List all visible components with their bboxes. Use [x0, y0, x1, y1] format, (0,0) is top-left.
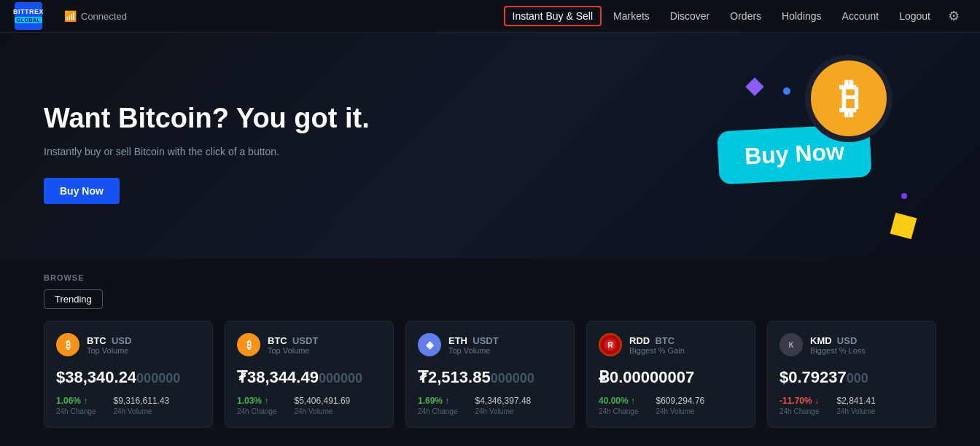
volume-stat-label: 24h Volume — [295, 407, 351, 415]
change-label: 24h Change — [237, 407, 277, 415]
nav-markets[interactable]: Markets — [604, 6, 658, 26]
nav-instant-buy-sell[interactable]: Instant Buy & Sell — [504, 6, 602, 26]
filter-tabs: Trending — [44, 289, 936, 309]
price-trailing: 000000 — [491, 371, 534, 386]
diamond-purple — [745, 77, 763, 95]
card-pair-info: BTC USD Top Volume — [87, 335, 131, 355]
pair-quote: USD — [109, 335, 131, 346]
card-header: ₿ BTC USD Top Volume — [56, 333, 201, 356]
change-value: 1.03% — [237, 396, 277, 406]
btc-icon: ₿ — [56, 333, 79, 356]
hero-subtitle: Instantly buy or sell Bitcoin with the c… — [44, 146, 408, 157]
hero-content: Want Bitcoin? You got it. Instantly buy … — [44, 102, 408, 204]
square-yellow — [890, 213, 917, 240]
connection-label: Connected — [81, 11, 127, 22]
header: BITTREX GLOBAL 📶 Connected Instant Buy &… — [0, 0, 980, 33]
stat-change: 1.06% 24h Change — [56, 396, 96, 415]
pair-base: RDD — [629, 335, 650, 346]
card-stats: 1.06% 24h Change $9,316,611.43 24h Volum… — [56, 396, 201, 415]
stat-volume: $609,294.76 24h Volume — [656, 396, 705, 415]
stat-change: 1.03% 24h Change — [237, 396, 277, 415]
dot-blue — [783, 87, 790, 95]
volume-stat-label: 24h Volume — [114, 407, 170, 415]
card-pair-label: KMD USD — [810, 335, 866, 346]
volume-label: Top Volume — [448, 346, 499, 355]
stat-volume: $9,316,611.43 24h Volume — [114, 396, 170, 415]
volume-label: Top Volume — [87, 346, 131, 355]
volume-value: $4,346,397.48 — [475, 396, 532, 406]
stat-volume: $5,406,491.69 24h Volume — [295, 396, 351, 415]
hero-buy-button[interactable]: Buy Now — [44, 178, 120, 204]
nav-holdings[interactable]: Holdings — [773, 6, 830, 26]
logo-area[interactable]: BITTREX GLOBAL — [15, 2, 42, 30]
volume-value: $9,316,611.43 — [114, 396, 170, 406]
card-pair-label: ETH USDT — [448, 335, 499, 346]
nav-account[interactable]: Account — [833, 6, 888, 26]
logo-top-text: BITTREX — [13, 9, 44, 15]
card-header: ◈ ETH USDT Top Volume — [418, 333, 562, 356]
card-stats: 40.00% 24h Change $609,294.76 24h Volume — [599, 396, 743, 415]
price-trailing: 000 — [847, 371, 868, 386]
card-stats: 1.69% 24h Change $4,346,397.48 24h Volum… — [418, 396, 562, 415]
volume-label: Biggest % Loss — [810, 346, 866, 355]
card-pair-info: RDD BTC Biggest % Gain — [629, 335, 685, 355]
pair-base: ETH — [448, 335, 467, 346]
nav-logout[interactable]: Logout — [890, 6, 939, 26]
card-pair-label: RDD BTC — [629, 335, 685, 346]
market-card-btc-usdt[interactable]: ₿ BTC USDT Top Volume ₮38,344.49000000 1… — [225, 321, 394, 428]
pair-base: KMD — [810, 335, 832, 346]
volume-stat-label: 24h Volume — [656, 407, 705, 415]
change-value: 40.00% — [599, 396, 639, 406]
card-price: Ƀ0.00000007 — [599, 368, 743, 387]
market-card-kmd-usd[interactable]: K KMD USD Biggest % Loss $0.79237000 -11… — [767, 321, 936, 428]
cards-row: ₿ BTC USD Top Volume $38,340.24000000 1.… — [44, 321, 936, 428]
wifi-icon: 📶 — [64, 10, 77, 22]
pair-quote: USDT — [470, 335, 499, 346]
filter-tab-trending[interactable]: Trending — [44, 289, 103, 309]
market-card-rdd-btc[interactable]: R RDD BTC Biggest % Gain Ƀ0.00000007 40.… — [586, 321, 755, 428]
stat-volume: $4,346,397.48 24h Volume — [475, 396, 532, 415]
card-pair-info: KMD USD Biggest % Loss — [810, 335, 866, 355]
logo-box: BITTREX GLOBAL — [15, 2, 42, 30]
browse-section: BROWSE Trending ₿ BTC USD Top Volume $38… — [0, 259, 980, 446]
change-label: 24h Change — [56, 407, 96, 415]
pair-quote: USDT — [289, 335, 318, 346]
browse-label: BROWSE — [44, 273, 936, 282]
nav-links: Instant Buy & Sell Markets Discover Orde… — [504, 5, 965, 27]
price-significant: ₮38,344.49 — [237, 368, 319, 386]
eth-icon: ◈ — [418, 333, 441, 356]
market-card-btc-usd[interactable]: ₿ BTC USD Top Volume $38,340.24000000 1.… — [44, 321, 213, 428]
card-header: K KMD USD Biggest % Loss — [779, 333, 924, 356]
change-value: -11.70% — [779, 396, 820, 406]
pair-quote: USD — [834, 335, 857, 346]
card-price: ₮2,513.85000000 — [418, 368, 562, 387]
nav-orders[interactable]: Orders — [721, 6, 770, 26]
volume-label: Biggest % Gain — [629, 346, 685, 355]
hero-section: Want Bitcoin? You got it. Instantly buy … — [0, 33, 980, 259]
card-pair-info: BTC USDT Top Volume — [268, 335, 318, 355]
pair-base: BTC — [87, 335, 106, 346]
price-significant: $38,340.24 — [56, 368, 136, 386]
settings-icon[interactable]: ⚙ — [942, 5, 965, 27]
pair-base: BTC — [268, 335, 287, 346]
pair-quote: BTC — [653, 335, 674, 346]
hero-title: Want Bitcoin? You got it. — [44, 102, 408, 136]
price-trailing: 000000 — [136, 371, 180, 386]
connection-status: 📶 Connected — [64, 10, 504, 22]
card-pair-info: ETH USDT Top Volume — [448, 335, 499, 355]
card-stats: -11.70% 24h Change $2,841.41 24h Volume — [779, 396, 924, 415]
volume-stat-label: 24h Volume — [475, 407, 532, 415]
stat-change: 1.69% 24h Change — [418, 396, 458, 415]
kmd-icon: K — [779, 333, 803, 356]
market-card-eth-usdt[interactable]: ◈ ETH USDT Top Volume ₮2,513.85000000 1.… — [405, 321, 575, 428]
change-label: 24h Change — [418, 407, 458, 415]
volume-value: $5,406,491.69 — [295, 396, 351, 406]
hero-illustration: ₿ Buy Now — [659, 47, 936, 259]
nav-discover[interactable]: Discover — [661, 6, 718, 26]
card-price: ₮38,344.49000000 — [237, 368, 381, 387]
dot-purple — [901, 193, 907, 199]
rdd-icon: R — [599, 333, 622, 356]
price-significant: Ƀ0.00000007 — [599, 368, 694, 386]
change-label: 24h Change — [599, 407, 639, 415]
price-trailing: 000000 — [319, 371, 362, 386]
